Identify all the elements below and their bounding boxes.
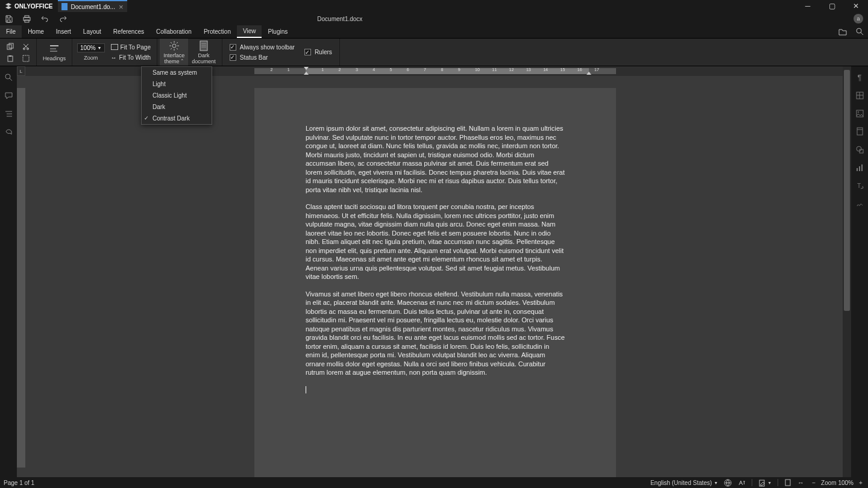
shape-settings-icon[interactable] — [855, 145, 864, 154]
search-icon[interactable] — [4, 72, 13, 82]
page-indicator[interactable]: Page 1 of 1 — [4, 480, 34, 486]
sun-icon — [168, 40, 180, 51]
ruler-corner[interactable]: L — [17, 66, 25, 76]
feedback-icon[interactable] — [4, 127, 13, 136]
rulers-checkbox[interactable]: ✓Rulers — [302, 48, 335, 56]
header-footer-icon[interactable] — [855, 127, 864, 136]
tab-layout[interactable]: Layout — [77, 25, 107, 38]
theme-option-light[interactable]: Light — [142, 78, 212, 90]
document-page[interactable]: Lorem ipsum dolor sit amet, consectetur … — [254, 88, 616, 477]
tab-references[interactable]: References — [107, 25, 150, 38]
dark-doc-icon — [198, 40, 210, 51]
tab-view[interactable]: View — [237, 25, 262, 38]
dark-document-button[interactable]: Dark document — [188, 39, 219, 66]
language-button[interactable]: English (United States) ▼ — [650, 480, 718, 486]
close-tab-icon[interactable]: × — [119, 2, 124, 11]
signature-icon[interactable] — [855, 199, 864, 208]
tab-collaboration[interactable]: Collaboration — [150, 25, 198, 38]
status-bar-checkbox[interactable]: ✓Status Bar — [227, 54, 297, 61]
checkbox-checked-icon: ✓ — [304, 49, 311, 55]
headings-nav-icon[interactable] — [4, 108, 13, 118]
interface-theme-dropdown: Same as system Light Classic Light Dark … — [141, 66, 212, 125]
paragraph-settings-icon[interactable]: ¶ — [855, 72, 864, 82]
tab-protection[interactable]: Protection — [198, 25, 237, 38]
checkbox-checked-icon: ✓ — [230, 44, 236, 51]
svg-line-29 — [10, 78, 12, 81]
ruler-tick: 6 — [407, 67, 409, 72]
paragraph-2[interactable]: Class aptent taciti sociosqu ad litora t… — [306, 202, 565, 281]
fit-width-status-icon[interactable]: ↔ — [797, 479, 804, 486]
quick-access-toolbar: Document1.docx a — [0, 12, 868, 25]
select-all-icon[interactable] — [20, 54, 31, 63]
tab-home[interactable]: Home — [22, 25, 50, 38]
svg-rect-38 — [857, 128, 863, 135]
svg-line-20 — [171, 42, 172, 43]
first-line-indent-marker[interactable] — [304, 67, 309, 70]
text-cursor — [306, 386, 306, 393]
paragraph-1[interactable]: Lorem ipsum dolor sit amet, consectetur … — [306, 124, 565, 194]
onlyoffice-icon — [5, 2, 12, 10]
interface-theme-button[interactable]: Interface theme ˄ — [160, 39, 188, 66]
copy-icon[interactable] — [5, 42, 16, 51]
app-logo[interactable]: ONLYOFFICE — [0, 2, 58, 10]
spellcheck-icon[interactable] — [724, 479, 732, 487]
theme-option-classic-light[interactable]: Classic Light — [142, 90, 212, 101]
left-indent-marker[interactable] — [304, 72, 309, 75]
zoom-in-button[interactable]: + — [857, 480, 864, 486]
cut-icon[interactable] — [20, 42, 31, 51]
fit-page-status-icon[interactable] — [784, 479, 791, 486]
user-avatar[interactable]: a — [854, 14, 863, 23]
minimize-button[interactable]: ─ — [796, 0, 820, 12]
paragraph-3[interactable]: Vivamus sit amet libero eget libero rhon… — [306, 290, 565, 377]
doclang-icon[interactable] — [738, 479, 746, 487]
document-tab[interactable]: Document1.do... × — [58, 0, 127, 12]
headings-button[interactable]: Headings — [39, 39, 69, 66]
fit-to-width-button[interactable]: ↔Fit To Width — [110, 54, 153, 61]
ruler-tick: 9 — [458, 67, 461, 72]
maximize-button[interactable]: ▢ — [820, 0, 844, 12]
svg-point-37 — [858, 111, 859, 113]
open-file-location-icon[interactable] — [834, 25, 851, 38]
vertical-scrollbar[interactable] — [843, 66, 851, 477]
comments-icon[interactable] — [4, 90, 13, 100]
find-icon[interactable] — [851, 25, 868, 38]
document-title: Document1.docx — [317, 16, 362, 22]
chart-settings-icon[interactable] — [855, 163, 864, 172]
vertical-ruler[interactable] — [17, 76, 25, 477]
document-canvas[interactable]: Lorem ipsum dolor sit amet, consectetur … — [25, 76, 843, 477]
zoom-select[interactable]: 100% ▼ — [77, 43, 105, 52]
theme-option-dark[interactable]: Dark — [142, 101, 212, 113]
track-changes-icon[interactable]: ▼ — [758, 479, 772, 487]
svg-rect-11 — [23, 55, 29, 61]
print-icon[interactable] — [22, 14, 31, 23]
undo-icon[interactable] — [40, 14, 49, 23]
headings-label: Headings — [43, 55, 66, 61]
save-icon[interactable] — [4, 14, 13, 23]
cursor-paragraph[interactable] — [306, 386, 565, 395]
tab-plugins[interactable]: Plugins — [262, 25, 294, 38]
textart-settings-icon[interactable]: T — [855, 181, 864, 190]
right-indent-marker[interactable] — [587, 72, 591, 75]
tab-insert[interactable]: Insert — [50, 25, 77, 38]
close-window-button[interactable]: ✕ — [844, 0, 868, 12]
scrollbar-thumb[interactable] — [844, 70, 850, 311]
theme-option-same-as-system[interactable]: Same as system — [142, 67, 212, 78]
ruler-tick: 13 — [526, 67, 531, 72]
redo-icon[interactable] — [58, 14, 68, 23]
zoom-out-button[interactable]: − — [810, 480, 817, 486]
fit-page-icon — [111, 44, 118, 50]
fit-to-page-button[interactable]: Fit To Page — [110, 43, 153, 51]
svg-rect-43 — [859, 166, 860, 171]
right-sidebar: ¶ T — [851, 66, 868, 477]
table-settings-icon[interactable] — [855, 90, 864, 100]
svg-rect-24 — [200, 41, 207, 51]
tab-file[interactable]: File — [0, 25, 22, 38]
theme-option-contrast-dark[interactable]: Contrast Dark — [142, 113, 212, 124]
paste-icon[interactable] — [5, 54, 16, 63]
ruler-tick: 4 — [373, 67, 375, 72]
always-show-toolbar-checkbox[interactable]: ✓Always show toolbar — [227, 43, 297, 51]
ruler-tick: 16 — [577, 67, 582, 72]
doc-icon — [61, 3, 68, 10]
zoom-status[interactable]: Zoom 100% — [821, 480, 854, 486]
image-settings-icon[interactable] — [855, 108, 864, 118]
